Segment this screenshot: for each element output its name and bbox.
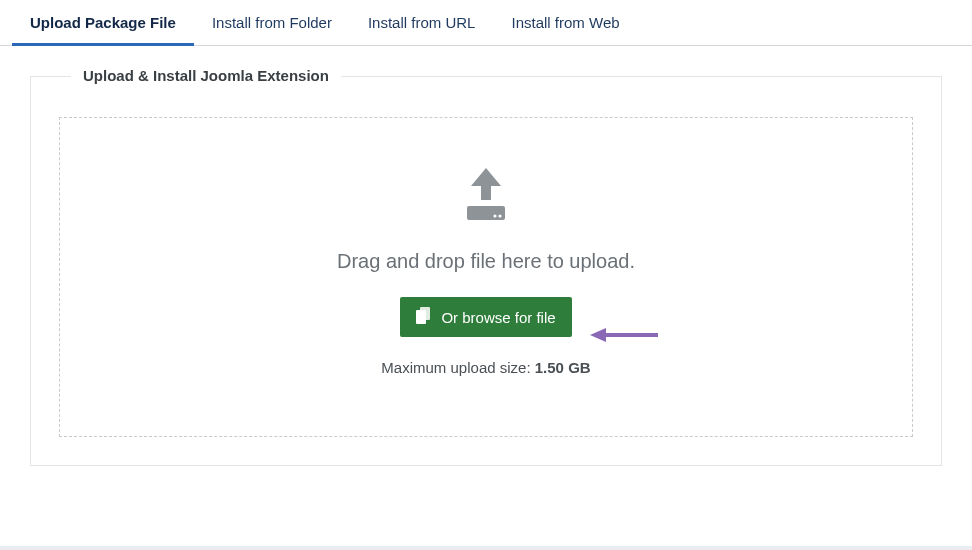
tab-install-web[interactable]: Install from Web	[493, 0, 637, 45]
svg-point-1	[493, 214, 496, 217]
max-upload-size: Maximum upload size: 1.50 GB	[80, 359, 892, 376]
browse-button[interactable]: Or browse for file	[400, 297, 571, 337]
copy-icon	[416, 307, 431, 327]
drag-drop-text: Drag and drop file here to upload.	[80, 250, 892, 273]
dropzone[interactable]: Drag and drop file here to upload. Or br…	[59, 117, 913, 437]
svg-rect-4	[420, 307, 430, 320]
upload-icon	[453, 168, 519, 230]
svg-rect-0	[467, 206, 505, 220]
tab-install-url[interactable]: Install from URL	[350, 0, 494, 45]
fieldset-upload: Upload & Install Joomla Extension Drag a…	[30, 76, 942, 466]
panel-upload: Upload & Install Joomla Extension Drag a…	[0, 46, 972, 546]
tab-install-folder[interactable]: Install from Folder	[194, 0, 350, 45]
fieldset-legend: Upload & Install Joomla Extension	[71, 67, 341, 84]
tabs: Upload Package File Install from Folder …	[0, 0, 972, 46]
tab-upload-package[interactable]: Upload Package File	[12, 0, 194, 45]
svg-point-2	[498, 214, 501, 217]
browse-button-label: Or browse for file	[441, 309, 555, 326]
